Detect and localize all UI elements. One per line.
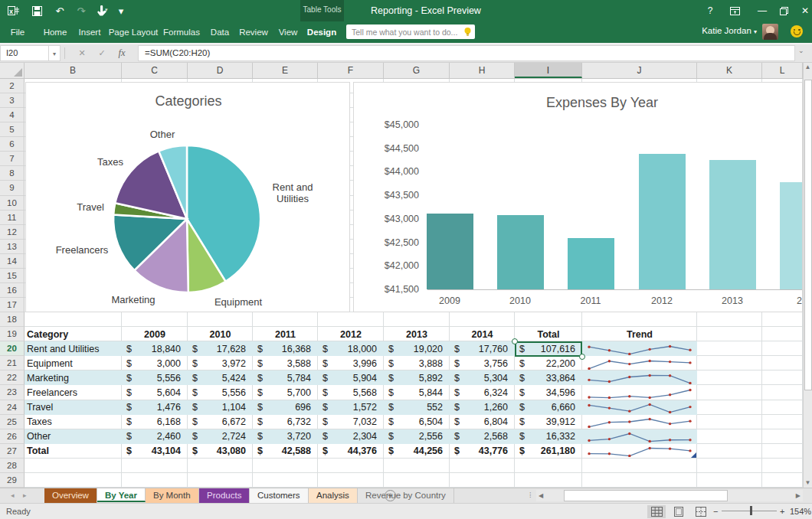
row-header-6[interactable]: 6	[0, 137, 25, 152]
tab-file[interactable]: File	[11, 21, 25, 43]
bar-chart-object[interactable]: Expenses By Year$45,000$44,500$44,000$43…	[353, 82, 803, 312]
tab-home[interactable]: Home	[44, 21, 67, 43]
row-header-3[interactable]: 3	[0, 93, 25, 108]
user-avatar[interactable]	[762, 24, 778, 40]
pie-chart-object[interactable]: CategoriesRent and UtilitiesEquipmentMar…	[25, 82, 350, 312]
sheet-tab-overview[interactable]: Overview	[44, 488, 97, 503]
vertical-scrollbar[interactable]: ▲ ▼	[803, 63, 812, 488]
close-icon[interactable]: ✕	[797, 5, 812, 17]
redo-icon[interactable]: ↷	[74, 4, 89, 18]
table-header-trend[interactable]: Trend	[582, 327, 697, 341]
trend-sparkline[interactable]	[585, 343, 694, 355]
row-header-14[interactable]: 14	[0, 254, 25, 269]
trend-sparkline[interactable]	[585, 372, 694, 384]
trend-sparkline[interactable]	[585, 430, 694, 442]
sheet-tab-analysis[interactable]: Analysis	[309, 488, 358, 503]
bar-2012[interactable]	[639, 154, 686, 289]
zoom-slider-thumb[interactable]	[750, 506, 752, 515]
new-sheet-button[interactable]: +	[385, 490, 396, 501]
table-header-2014[interactable]: 2014	[450, 327, 515, 341]
table-cell-category[interactable]: Taxes	[25, 415, 122, 429]
row-header-11[interactable]: 11	[0, 211, 25, 225]
row-header-18[interactable]: 18	[0, 312, 25, 327]
ribbon-display-options-icon[interactable]	[726, 5, 743, 17]
table-resize-handle[interactable]	[691, 452, 696, 458]
scroll-left-icon[interactable]: ◀	[539, 490, 543, 501]
column-header-D[interactable]: D	[188, 63, 253, 78]
scroll-up-icon[interactable]: ▲	[804, 64, 812, 70]
column-header-E[interactable]: E	[253, 63, 318, 78]
name-box[interactable]: I20	[0, 45, 49, 61]
scroll-right-icon[interactable]: ▶	[796, 490, 801, 501]
column-header-B[interactable]: B	[25, 63, 122, 78]
trend-sparkline[interactable]	[585, 357, 694, 370]
row-header-17[interactable]: 17	[0, 298, 25, 312]
sheet-grid[interactable]: 2345678910111213141516171819202122232425…	[0, 79, 803, 488]
table-header-2013[interactable]: 2013	[384, 327, 450, 341]
row-header-13[interactable]: 13	[0, 240, 25, 254]
tab-data[interactable]: Data	[211, 21, 229, 43]
table-header-2010[interactable]: 2010	[188, 327, 253, 341]
enter-icon[interactable]: ✓	[95, 46, 109, 60]
table-cell-category[interactable]: Marketing	[25, 370, 122, 385]
trend-sparkline[interactable]	[585, 416, 694, 428]
tab-view[interactable]: View	[279, 21, 298, 43]
insert-function-icon[interactable]: fx	[115, 46, 129, 60]
expand-formula-bar-icon[interactable]: ⌄	[798, 47, 804, 54]
row-header-29[interactable]: 29	[0, 473, 25, 488]
tab-insert[interactable]: Insert	[79, 21, 101, 43]
customize-qat-icon[interactable]: ▾	[113, 4, 129, 18]
horizontal-scroll-thumb[interactable]	[564, 490, 728, 501]
horizontal-scrollbar[interactable]: ◀ ▶	[536, 490, 803, 501]
column-header-H[interactable]: H	[450, 63, 515, 78]
sheet-tab-products[interactable]: Products	[199, 488, 250, 503]
touch-mode-dropdown-icon[interactable]: ▾	[105, 7, 108, 13]
account-name[interactable]: Katie Jordan ▾	[702, 26, 757, 35]
zoom-level[interactable]: 154%	[790, 507, 811, 516]
trend-sparkline[interactable]	[585, 445, 694, 457]
excel-logo-icon[interactable]: x	[6, 4, 21, 18]
column-header-F[interactable]: F	[318, 63, 384, 78]
column-header-J[interactable]: J	[582, 63, 697, 78]
restore-icon[interactable]	[775, 5, 792, 17]
minimize-icon[interactable]: —	[754, 5, 771, 17]
select-all-corner[interactable]	[0, 63, 25, 78]
zoom-out-icon[interactable]: −	[713, 507, 718, 516]
tab-page-layout[interactable]: Page Layout	[109, 21, 159, 43]
table-cell-category[interactable]: Rent and Utilities	[25, 341, 122, 356]
sheet-nav-left-icon[interactable]: ◂	[11, 491, 15, 499]
table-cell-category[interactable]: Total	[25, 444, 122, 459]
column-header-G[interactable]: G	[384, 63, 450, 78]
table-cell-category[interactable]: Travel	[25, 400, 122, 415]
table-header-category[interactable]: Category	[25, 327, 122, 341]
trend-sparkline[interactable]	[585, 401, 694, 413]
table-header-total[interactable]: Total	[515, 327, 582, 341]
trend-sparkline[interactable]	[585, 387, 694, 399]
bar-2014[interactable]	[780, 182, 804, 289]
bar-2011[interactable]	[568, 238, 614, 289]
zoom-slider[interactable]	[722, 511, 777, 511]
scroll-down-icon[interactable]: ▼	[804, 479, 812, 486]
row-header-5[interactable]: 5	[0, 122, 25, 137]
sheet-tab-customers[interactable]: Customers	[250, 488, 309, 503]
tab-review[interactable]: Review	[239, 21, 268, 43]
table-header-2009[interactable]: 2009	[122, 327, 188, 341]
page-layout-view-icon[interactable]	[670, 505, 688, 518]
tab-split-handle[interactable]: ⁞	[529, 491, 532, 499]
page-break-view-icon[interactable]	[692, 505, 710, 518]
undo-icon[interactable]: ↶	[52, 4, 67, 18]
table-cell-category[interactable]: Equipment	[25, 356, 122, 370]
cancel-icon[interactable]: ✕	[75, 46, 89, 60]
column-header-K[interactable]: K	[697, 63, 762, 78]
column-header-C[interactable]: C	[122, 63, 188, 78]
row-header-15[interactable]: 15	[0, 269, 25, 283]
row-header-4[interactable]: 4	[0, 108, 25, 122]
formula-input[interactable]: =SUM(C20:H20)	[138, 45, 795, 61]
row-header-12[interactable]: 12	[0, 225, 25, 240]
table-header-2011[interactable]: 2011	[253, 327, 318, 341]
bar-2010[interactable]	[497, 215, 544, 289]
help-icon[interactable]: ?	[702, 5, 719, 17]
column-header-L[interactable]: L	[762, 63, 803, 78]
normal-view-icon[interactable]	[647, 505, 666, 518]
name-box-dropdown-icon[interactable]: ▾	[49, 45, 61, 61]
